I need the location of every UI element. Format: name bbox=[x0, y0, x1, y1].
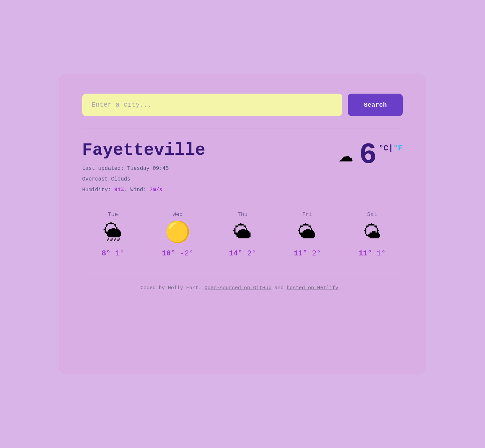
forecast-day-sat: Sat 🌤 11° 1° bbox=[341, 211, 403, 258]
forecast-icon-sat: 🌤 bbox=[363, 222, 381, 245]
weather-main: Fayetteville Last updated: Tuesday 09:45… bbox=[82, 140, 403, 195]
forecast-temps-wed: 10° -2° bbox=[162, 249, 194, 258]
footer-divider bbox=[82, 274, 403, 274]
forecast-row: Tue 🌦 8° 1° Wed 🟡 10° -2° Thu 🌥 14° 2° F… bbox=[82, 211, 403, 258]
forecast-low-thu: 2° bbox=[247, 249, 256, 258]
footer: Coded by Holly Fort. Open-sourced on Git… bbox=[82, 285, 403, 291]
forecast-label-sat: Sat bbox=[367, 211, 377, 218]
unit-celsius[interactable]: °C bbox=[379, 144, 388, 153]
forecast-high-thu: 14° bbox=[229, 249, 242, 258]
search-button[interactable]: Search bbox=[348, 94, 403, 116]
footer-and-text: and bbox=[275, 285, 284, 291]
forecast-low-wed: -2° bbox=[180, 249, 193, 258]
forecast-day-tue: Tue 🌦 8° 1° bbox=[82, 211, 144, 258]
forecast-temps-tue: 8° 1° bbox=[102, 249, 124, 258]
current-weather-icon: ☁ bbox=[339, 143, 353, 167]
forecast-temps-sat: 11° 1° bbox=[358, 249, 385, 258]
forecast-low-tue: 1° bbox=[115, 249, 124, 258]
forecast-icon-thu: 🌥 bbox=[233, 222, 252, 245]
forecast-high-sat: 11° bbox=[358, 249, 372, 258]
forecast-icon-fri: 🌥 bbox=[298, 222, 317, 245]
forecast-icon-tue: 🌦 bbox=[104, 222, 122, 245]
weather-right: ☁ 6 °C | °F bbox=[339, 140, 403, 170]
wind-value: 7m/s bbox=[150, 187, 162, 193]
forecast-low-sat: 1° bbox=[377, 249, 386, 258]
wind-label: Wind: bbox=[130, 187, 146, 193]
unit-fahrenheit[interactable]: °F bbox=[393, 144, 403, 153]
condition: Overcast Clouds bbox=[82, 174, 205, 185]
current-temp: 6 bbox=[359, 140, 377, 170]
humidity-label: Humidity: bbox=[82, 187, 111, 193]
app-container: Search Fayetteville Last updated: Tuesda… bbox=[59, 74, 426, 374]
last-updated: Last updated: Tuesday 09:45 bbox=[82, 163, 205, 174]
forecast-low-fri: 2° bbox=[312, 249, 321, 258]
top-divider bbox=[82, 128, 403, 128]
github-link[interactable]: Open-sourced on GitHub bbox=[204, 285, 272, 291]
footer-coded-by: Coded by Holly Fort. bbox=[141, 285, 201, 291]
forecast-high-fri: 11° bbox=[294, 249, 307, 258]
city-name: Fayetteville bbox=[82, 140, 205, 160]
unit-divider: | bbox=[388, 144, 393, 153]
forecast-temps-thu: 14° 2° bbox=[229, 249, 256, 258]
temp-units: °C | °F bbox=[379, 144, 403, 153]
temperature-display: 6 °C | °F bbox=[359, 140, 403, 170]
footer-period: . bbox=[341, 285, 344, 291]
city-search-input[interactable] bbox=[82, 94, 342, 116]
search-row: Search bbox=[82, 94, 403, 116]
forecast-label-thu: Thu bbox=[237, 211, 248, 218]
humidity-value: 91% bbox=[114, 187, 124, 193]
forecast-high-wed: 10° bbox=[162, 249, 175, 258]
weather-left: Fayetteville Last updated: Tuesday 09:45… bbox=[82, 140, 205, 195]
forecast-temps-fri: 11° 2° bbox=[294, 249, 321, 258]
forecast-icon-wed: 🟡 bbox=[165, 222, 190, 245]
forecast-day-wed: Wed 🟡 10° -2° bbox=[147, 211, 208, 258]
netlify-link[interactable]: hosted on Netlify bbox=[287, 285, 338, 291]
humidity-wind: Humidity: 91%, Wind: 7m/s bbox=[82, 185, 205, 195]
forecast-label-tue: Tue bbox=[108, 211, 118, 218]
forecast-day-thu: Thu 🌥 14° 2° bbox=[212, 211, 273, 258]
forecast-high-tue: 8° bbox=[102, 249, 111, 258]
forecast-label-fri: Fri bbox=[302, 211, 312, 218]
forecast-day-fri: Fri 🌥 11° 2° bbox=[277, 211, 338, 258]
forecast-label-wed: Wed bbox=[173, 211, 183, 218]
